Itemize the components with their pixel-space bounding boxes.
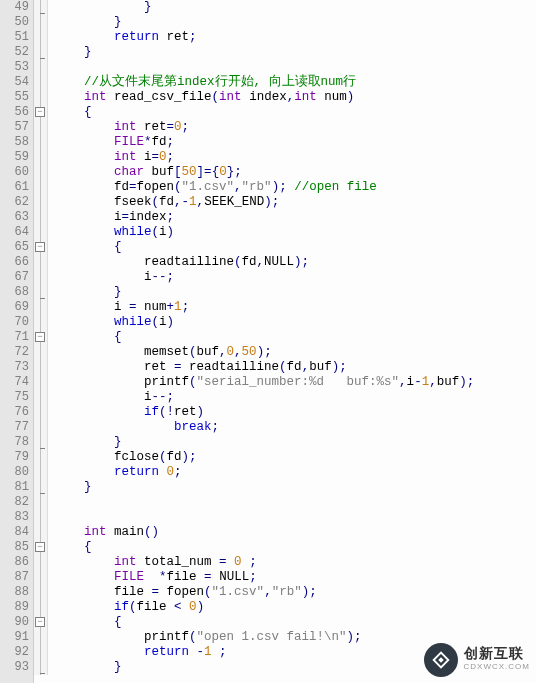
token-op: + (167, 300, 175, 314)
code-line[interactable]: } (54, 0, 536, 15)
code-line[interactable]: FILE *file = NULL; (54, 570, 536, 585)
token-pn: ; (167, 270, 175, 284)
code-line[interactable]: //从文件末尾第index行开始, 向上读取num行 (54, 75, 536, 90)
fold-end-icon (40, 58, 45, 59)
code-line[interactable]: } (54, 45, 536, 60)
code-line[interactable]: fseek(fd,-1,SEEK_END); (54, 195, 536, 210)
code-line[interactable]: int i=0; (54, 150, 536, 165)
code-line[interactable]: while(i) (54, 315, 536, 330)
token-pn: ; (219, 645, 227, 659)
token-num: 0 (167, 465, 175, 479)
code-line[interactable]: { (54, 540, 536, 555)
code-line[interactable]: fclose(fd); (54, 450, 536, 465)
code-line[interactable]: } (54, 480, 536, 495)
token-com: //open file (294, 180, 377, 194)
token-kw: if (114, 600, 129, 614)
line-number: 77 (0, 420, 29, 435)
token-pn: { (114, 330, 122, 344)
token-pn: ( (144, 525, 152, 539)
token-pn: ; (467, 375, 475, 389)
code-line[interactable]: if(file < 0) (54, 600, 536, 615)
fold-end-icon (40, 298, 45, 299)
code-line[interactable]: } (54, 15, 536, 30)
token-pn: ; (167, 390, 175, 404)
code-line[interactable]: { (54, 330, 536, 345)
token-id: i (159, 315, 167, 329)
token-op: = (174, 360, 182, 374)
token-fn: readtailline (189, 360, 279, 374)
token-pn: ) (257, 345, 265, 359)
editor-root: 4950515253545556575859606162636465666768… (0, 0, 536, 683)
token-pn: ( (159, 450, 167, 464)
code-line[interactable]: memset(buf,0,50); (54, 345, 536, 360)
code-line[interactable] (54, 60, 536, 75)
code-line[interactable]: { (54, 615, 536, 630)
token-id: SEEK_END (204, 195, 264, 209)
line-number: 78 (0, 435, 29, 450)
code-area[interactable]: } } return ret; } //从文件末尾第index行开始, 向上读取… (48, 0, 536, 683)
code-line[interactable] (54, 495, 536, 510)
token-ty: int (84, 525, 107, 539)
code-line[interactable]: i--; (54, 270, 536, 285)
code-line[interactable]: int main() (54, 525, 536, 540)
code-line[interactable]: if(!ret) (54, 405, 536, 420)
token-id: fd (152, 135, 167, 149)
fold-toggle-icon[interactable]: − (35, 542, 45, 552)
token-pn: , (257, 255, 265, 269)
token-ty: FILE (114, 570, 144, 584)
code-line[interactable]: int read_csv_file(int index,int num) (54, 90, 536, 105)
fold-toggle-icon[interactable]: − (35, 242, 45, 252)
token-pn: ; (174, 465, 182, 479)
code-line[interactable]: int ret=0; (54, 120, 536, 135)
code-line[interactable]: int total_num = 0 ; (54, 555, 536, 570)
token-pn: , (219, 345, 227, 359)
token-num: 0 (234, 555, 242, 569)
token-pn: ; (167, 150, 175, 164)
token-op: = (152, 585, 160, 599)
code-line[interactable]: while(i) (54, 225, 536, 240)
token-num: 0 (189, 600, 197, 614)
code-line[interactable]: return ret; (54, 30, 536, 45)
code-line[interactable]: file = fopen("1.csv","rb"); (54, 585, 536, 600)
token-num: 50 (182, 165, 197, 179)
code-line[interactable]: { (54, 240, 536, 255)
token-kw: while (114, 225, 152, 239)
token-pn: ) (167, 225, 175, 239)
code-line[interactable]: ret = readtailline(fd,buf); (54, 360, 536, 375)
token-op: = (219, 555, 227, 569)
code-line[interactable]: i = num+1; (54, 300, 536, 315)
code-line[interactable]: FILE*fd; (54, 135, 536, 150)
token-pn: ; (182, 120, 190, 134)
line-number: 53 (0, 60, 29, 75)
code-line[interactable] (54, 510, 536, 525)
code-line[interactable]: return 0; (54, 465, 536, 480)
code-line[interactable]: } (54, 435, 536, 450)
code-line[interactable]: i--; (54, 390, 536, 405)
fold-toggle-icon[interactable]: − (35, 617, 45, 627)
token-ty: int (294, 90, 317, 104)
code-line[interactable]: } (54, 285, 536, 300)
token-ty: FILE (114, 135, 144, 149)
code-line[interactable]: break; (54, 420, 536, 435)
code-line[interactable]: printf("serial_number:%d buf:%s",i-1,buf… (54, 375, 536, 390)
token-id: index (249, 90, 287, 104)
code-line[interactable]: { (54, 105, 536, 120)
watermark-logo-icon (424, 643, 458, 677)
fold-end-icon (40, 448, 45, 449)
code-line[interactable]: readtailline(fd,NULL); (54, 255, 536, 270)
fold-gutter[interactable]: −−−−− (34, 0, 48, 675)
token-pn: } (144, 0, 152, 14)
line-number: 70 (0, 315, 29, 330)
code-line[interactable]: fd=fopen("1.csv","rb"); //open file (54, 180, 536, 195)
token-ty: int (219, 90, 242, 104)
line-number: 82 (0, 495, 29, 510)
token-pn: } (114, 435, 122, 449)
fold-toggle-icon[interactable]: − (35, 107, 45, 117)
line-number: 69 (0, 300, 29, 315)
token-str: "1.csv" (212, 585, 265, 599)
line-number: 68 (0, 285, 29, 300)
code-line[interactable]: i=index; (54, 210, 536, 225)
fold-toggle-icon[interactable]: − (35, 332, 45, 342)
token-id: fd (159, 195, 174, 209)
code-line[interactable]: char buf[50]={0}; (54, 165, 536, 180)
